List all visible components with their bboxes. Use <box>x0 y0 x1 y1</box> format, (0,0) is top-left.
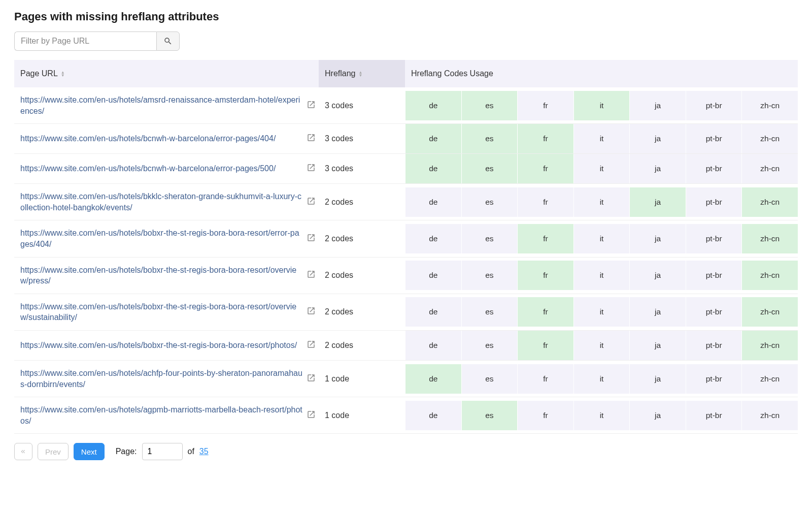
hreflang-count: 1 code <box>319 360 405 397</box>
code-cell-fr: fr <box>517 91 573 120</box>
code-cell-pt-br: pt-br <box>686 124 742 153</box>
col-header-hreflang[interactable]: Hreflang <box>319 60 405 87</box>
open-link-button[interactable] <box>307 233 316 244</box>
prev-button[interactable]: Prev <box>38 443 69 460</box>
col-header-url[interactable]: Page URL <box>14 60 319 87</box>
code-cell-de: de <box>405 364 461 394</box>
hreflang-count: 2 codes <box>319 220 405 257</box>
code-cell-pt-br: pt-br <box>686 187 742 217</box>
page-url-link[interactable]: https://www.site.com/en-us/hotels/bobxr-… <box>20 265 302 286</box>
table-row: https://www.site.com/en-us/hotels/bobxr-… <box>14 257 798 294</box>
code-cell-it: it <box>573 91 630 120</box>
code-cell-de: de <box>405 154 461 183</box>
code-cell-zh-cn: zh-cn <box>741 91 798 120</box>
page-url-link[interactable]: https://www.site.com/en-us/hotels/amsrd-… <box>20 94 302 116</box>
code-cell-fr: fr <box>517 187 573 217</box>
page-url-link[interactable]: https://www.site.com/en-us/hotels/bobxr-… <box>20 301 302 323</box>
code-cell-de: de <box>405 91 461 120</box>
page-url-link[interactable]: https://www.site.com/en-us/hotels/bcnwh-… <box>20 163 302 174</box>
code-cell-de: de <box>405 331 461 360</box>
code-cell-pt-br: pt-br <box>686 331 742 360</box>
col-header-codes: Hreflang Codes Usage <box>405 60 798 87</box>
hreflang-count: 1 code <box>319 397 405 434</box>
external-link-icon <box>307 163 316 172</box>
code-cell-ja: ja <box>629 124 686 153</box>
code-cell-es: es <box>461 364 518 394</box>
open-link-button[interactable] <box>307 163 316 174</box>
chevron-double-left-icon <box>20 449 27 455</box>
code-cell-pt-br: pt-br <box>686 224 742 253</box>
page-label: Page: <box>116 447 137 456</box>
code-cell-ja: ja <box>629 331 686 360</box>
code-cell-fr: fr <box>517 224 573 253</box>
total-pages-link[interactable]: 35 <box>199 447 209 456</box>
code-cell-it: it <box>573 297 630 327</box>
code-cell-es: es <box>461 154 518 183</box>
code-cell-de: de <box>405 261 461 290</box>
hreflang-count: 3 codes <box>319 154 405 184</box>
code-cell-zh-cn: zh-cn <box>741 364 798 394</box>
code-cell-zh-cn: zh-cn <box>741 297 798 327</box>
code-cell-zh-cn: zh-cn <box>741 261 798 290</box>
page-url-link[interactable]: https://www.site.com/en-us/hotels/agpmb-… <box>20 404 302 426</box>
hreflang-count: 3 codes <box>319 87 405 124</box>
next-button[interactable]: Next <box>74 443 105 460</box>
code-cell-de: de <box>405 297 461 327</box>
external-link-icon <box>307 340 316 349</box>
table-row: https://www.site.com/en-us/hotels/bcnwh-… <box>14 154 798 184</box>
sort-icon <box>358 71 362 77</box>
open-link-button[interactable] <box>307 100 316 111</box>
code-cell-es: es <box>461 91 518 120</box>
code-cell-de: de <box>405 124 461 153</box>
code-cell-pt-br: pt-br <box>686 261 742 290</box>
open-link-button[interactable] <box>307 133 316 144</box>
page-url-link[interactable]: https://www.site.com/en-us/hotels/bcnwh-… <box>20 133 302 144</box>
filter-bar <box>14 31 798 51</box>
page-url-link[interactable]: https://www.site.com/en-us/hotels/bobxr-… <box>20 228 302 249</box>
page-url-link[interactable]: https://www.site.com/en-us/hotels/achfp-… <box>20 368 302 390</box>
external-link-icon <box>307 100 316 109</box>
code-cell-fr: fr <box>517 154 573 183</box>
code-cell-ja: ja <box>629 91 686 120</box>
hreflang-count: 2 codes <box>319 294 405 330</box>
code-cell-ja: ja <box>629 297 686 327</box>
code-cell-it: it <box>573 261 630 290</box>
of-label: of <box>188 447 194 456</box>
code-cell-fr: fr <box>517 401 573 430</box>
first-page-button[interactable] <box>14 443 32 460</box>
page-input[interactable] <box>142 443 183 460</box>
table-row: https://www.site.com/en-us/hotels/bobxr-… <box>14 294 798 330</box>
code-cell-zh-cn: zh-cn <box>741 224 798 253</box>
code-cell-pt-br: pt-br <box>686 154 742 183</box>
hreflang-count: 3 codes <box>319 124 405 154</box>
external-link-icon <box>307 270 316 279</box>
code-cell-it: it <box>573 224 630 253</box>
search-button[interactable] <box>156 31 180 51</box>
open-link-button[interactable] <box>307 340 316 351</box>
code-cell-fr: fr <box>517 331 573 360</box>
code-cell-zh-cn: zh-cn <box>741 401 798 430</box>
external-link-icon <box>307 233 316 242</box>
open-link-button[interactable] <box>307 410 316 421</box>
external-link-icon <box>307 373 316 382</box>
open-link-button[interactable] <box>307 373 316 385</box>
code-cell-ja: ja <box>629 187 686 217</box>
hreflang-table: Page URL Hreflang Hreflang Codes Usage h… <box>14 60 798 434</box>
code-cell-zh-cn: zh-cn <box>741 187 798 217</box>
page-title: Pages with missing hreflang attributes <box>14 10 798 23</box>
code-cell-pt-br: pt-br <box>686 297 742 327</box>
code-cell-pt-br: pt-br <box>686 364 742 394</box>
hreflang-count: 2 codes <box>319 257 405 294</box>
open-link-button[interactable] <box>307 306 316 317</box>
table-row: https://www.site.com/en-us/hotels/achfp-… <box>14 360 798 397</box>
page-url-link[interactable]: https://www.site.com/en-us/hotels/bobxr-… <box>20 340 302 351</box>
sort-icon <box>61 71 65 77</box>
code-cell-pt-br: pt-br <box>686 91 742 120</box>
code-cell-fr: fr <box>517 364 573 394</box>
filter-input[interactable] <box>14 31 156 51</box>
page-url-link[interactable]: https://www.site.com/en-us/hotels/bkklc-… <box>20 191 302 213</box>
open-link-button[interactable] <box>307 270 316 281</box>
open-link-button[interactable] <box>307 197 316 208</box>
hreflang-count: 2 codes <box>319 330 405 360</box>
code-cell-de: de <box>405 187 461 217</box>
